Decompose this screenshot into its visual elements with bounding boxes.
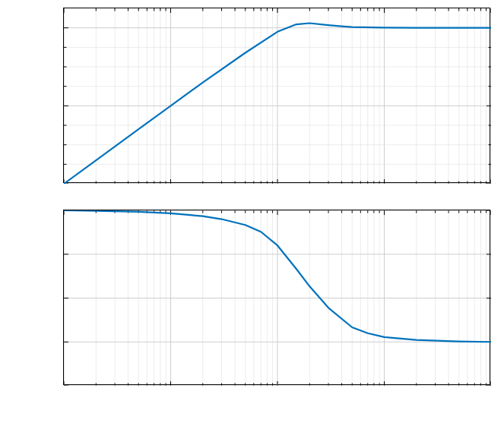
magnitude-plot-svg	[64, 8, 491, 184]
bode-plot-figure	[0, 0, 504, 442]
magnitude-plot	[63, 8, 490, 183]
phase-plot	[63, 210, 490, 385]
phase-plot-svg	[64, 210, 491, 386]
